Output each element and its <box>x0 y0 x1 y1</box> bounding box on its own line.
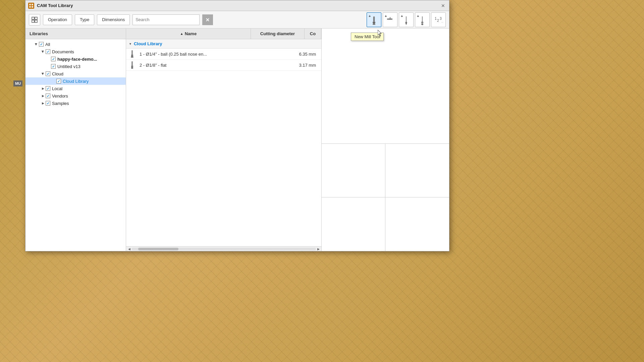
checkbox-local[interactable] <box>46 86 50 91</box>
plus-icon-2: + <box>385 14 387 18</box>
libraries-panel-header: Libraries <box>25 28 126 39</box>
svg-rect-4 <box>32 17 34 19</box>
tree-arrow-documents: ▶ <box>40 49 46 54</box>
tool-action-group: + + <box>367 12 446 27</box>
mu-badge: MU <box>13 80 22 86</box>
tree-label-vendors: Vendors <box>52 94 68 99</box>
tree-item-local[interactable]: ▶ Local <box>25 85 126 92</box>
operation-filter-button[interactable]: Operation <box>43 14 72 25</box>
svg-text:1: 1 <box>435 17 437 20</box>
svg-rect-1 <box>32 4 33 5</box>
right-panel <box>322 28 449 251</box>
col-cutting-label: Cutting diameter <box>260 31 295 36</box>
svg-rect-22 <box>406 22 407 23</box>
new-probe-button[interactable]: + <box>415 12 430 27</box>
right-preview-top <box>322 28 449 144</box>
new-drill-button[interactable]: + <box>399 12 414 27</box>
tree-label-samples: Samples <box>52 101 69 106</box>
dialog-icon <box>28 3 34 9</box>
table-row[interactable]: 1 - Ø1/4" - ball (0.25 ball nose en... 6… <box>126 49 321 60</box>
svg-text:2: 2 <box>437 19 439 22</box>
checkbox-cloud[interactable] <box>46 71 50 76</box>
section-arrow: ▼ <box>129 42 132 46</box>
search-input[interactable] <box>132 14 200 25</box>
dialog-title: CAM Tool Library <box>37 3 73 8</box>
tool-icon-cell-1 <box>126 50 138 58</box>
center-panel: ▲ Name Cutting diameter Co ▼ Cloud Libra… <box>126 28 322 251</box>
tree-item-all[interactable]: ▶ All <box>25 41 126 48</box>
grid-view-button[interactable] <box>29 14 40 25</box>
tree-label-untitled: Untitled v13 <box>57 64 80 69</box>
svg-rect-33 <box>131 55 133 55</box>
right-preview-bottom <box>322 197 449 251</box>
svg-rect-7 <box>35 20 37 22</box>
scroll-left-arrow[interactable]: ◀ <box>127 247 131 251</box>
close-button[interactable]: ✕ <box>440 2 446 9</box>
tree-item-documents[interactable]: ▶ Documents <box>25 48 126 55</box>
type-filter-button[interactable]: Type <box>75 14 94 25</box>
search-clear-button[interactable] <box>202 14 213 25</box>
checkbox-all[interactable] <box>39 42 44 47</box>
svg-text:.: . <box>442 20 443 23</box>
svg-rect-2 <box>29 6 31 8</box>
col-header-co[interactable]: Co <box>305 28 321 39</box>
toolbar: Operation Type Dimensions + <box>25 11 449 28</box>
tree-label-cloud: Cloud <box>52 71 63 76</box>
tree-item-vendors[interactable]: ▶ Vendors <box>25 92 126 100</box>
tree-item-happy-face[interactable]: ▶ happy-face-demo... <box>25 55 126 63</box>
tree-label-cloud-library: Cloud Library <box>63 79 89 84</box>
col-name-label: Name <box>185 31 197 36</box>
col-header-name[interactable]: ▲ Name <box>126 28 251 39</box>
tree-item-cloud[interactable]: ▶ Cloud <box>25 70 126 77</box>
checkbox-untitled[interactable] <box>51 64 56 69</box>
right-preview-middle <box>322 144 449 197</box>
numbering-button[interactable]: 1 2 3 . . <box>431 12 446 27</box>
right-cell-1 <box>322 144 385 197</box>
section-header-cloud-library[interactable]: ▼ Cloud Library <box>126 39 321 49</box>
right-bottom-cell-1 <box>322 197 385 251</box>
view-toggle-group <box>29 14 40 25</box>
checkbox-cloud-library[interactable] <box>56 79 61 83</box>
table-header: ▲ Name Cutting diameter Co <box>126 28 321 39</box>
svg-marker-21 <box>405 22 407 25</box>
cam-tool-library-dialog: CAM Tool Library ✕ Operation Type Dimens… <box>25 0 449 251</box>
tree-arrow-local: ▶ <box>40 86 46 91</box>
svg-point-25 <box>421 23 423 25</box>
svg-rect-5 <box>35 17 37 19</box>
tree-view: ▶ All ▶ Documents ▶ happy-face-demo... <box>25 39 126 108</box>
scroll-thumb[interactable] <box>138 248 178 250</box>
title-bar: CAM Tool Library ✕ <box>25 0 449 11</box>
svg-rect-3 <box>32 6 33 8</box>
scroll-right-arrow[interactable]: ▶ <box>316 247 321 251</box>
horizontal-scrollbar[interactable]: ◀ ▶ <box>126 246 321 251</box>
svg-rect-20 <box>406 16 407 22</box>
tree-item-samples[interactable]: ▶ Samples <box>25 100 126 107</box>
checkbox-samples[interactable] <box>46 101 50 106</box>
svg-rect-0 <box>29 4 31 5</box>
svg-rect-39 <box>131 66 133 69</box>
new-turn-tool-button[interactable]: + <box>383 12 397 27</box>
tool-diam-2: 3.17 mm <box>268 63 321 68</box>
table-row[interactable]: 2 - Ø1/8" - flat 3.17 mm <box>126 60 321 71</box>
tree-item-untitled[interactable]: ▶ Untitled v13 <box>25 63 126 70</box>
plus-icon-4: + <box>417 14 419 18</box>
scroll-track[interactable] <box>131 248 316 250</box>
tooltip: New Mill Tool <box>351 33 384 41</box>
tree-label-all: All <box>45 42 50 47</box>
svg-rect-24 <box>421 22 423 23</box>
tree-label-happy-face: happy-face-demo... <box>57 57 97 62</box>
svg-rect-23 <box>422 16 423 22</box>
tool-icon-cell-2 <box>126 61 138 69</box>
plus-icon-3: + <box>401 14 403 18</box>
new-mill-tool-button[interactable]: + <box>367 12 381 27</box>
tree-label-documents: Documents <box>52 49 74 54</box>
libraries-panel: Libraries ▶ All ▶ Documents ▶ <box>25 28 126 251</box>
svg-text:.: . <box>441 20 442 23</box>
checkbox-happy-face[interactable] <box>51 57 56 61</box>
checkbox-documents[interactable] <box>46 49 50 54</box>
col-header-cutting[interactable]: Cutting diameter <box>251 28 305 39</box>
tool-name-2: 2 - Ø1/8" - flat <box>138 61 268 69</box>
dimensions-filter-button[interactable]: Dimensions <box>97 14 130 25</box>
tree-item-cloud-library[interactable]: ▶ Cloud Library <box>25 77 126 85</box>
checkbox-vendors[interactable] <box>46 94 50 98</box>
